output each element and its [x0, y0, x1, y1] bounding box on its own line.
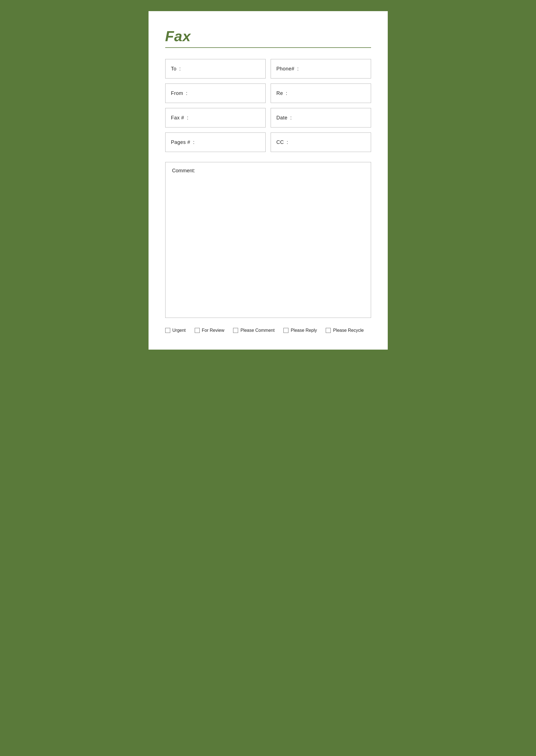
checkbox-please-reply[interactable]: Please Reply [284, 328, 317, 333]
checkbox-please-comment-label: Please Comment [240, 328, 275, 333]
checkbox-please-comment-box[interactable] [233, 328, 238, 333]
checkbox-please-reply-label: Please Reply [291, 328, 317, 333]
checkbox-for-review[interactable]: For Review [195, 328, 224, 333]
field-phone-label: Phone# [277, 66, 294, 72]
checkbox-for-review-box[interactable] [195, 328, 200, 333]
field-from-label: From [171, 90, 183, 96]
field-to-label: To [171, 66, 177, 72]
field-date: Date : [271, 108, 371, 127]
field-fax-colon: : [187, 115, 188, 121]
field-fax: Fax # : [165, 108, 266, 127]
checkbox-please-reply-box[interactable] [284, 328, 288, 333]
header-divider [165, 47, 371, 48]
field-pages-label: Pages # [171, 139, 190, 145]
field-from-colon: : [186, 90, 187, 96]
field-pages: Pages # : [165, 132, 266, 152]
field-date-label: Date [277, 115, 287, 121]
checkbox-please-recycle-box[interactable] [326, 328, 331, 333]
checkbox-urgent[interactable]: Urgent [165, 328, 186, 333]
page-title: Fax [165, 28, 371, 45]
field-fax-label: Fax # [171, 115, 184, 121]
field-pages-colon: : [193, 139, 194, 145]
comment-box: Comment: [165, 162, 371, 318]
field-from: From : [165, 84, 266, 103]
comment-label-text: Comment [172, 168, 194, 173]
field-cc: CC : [271, 132, 371, 152]
checkbox-please-comment[interactable]: Please Comment [233, 328, 275, 333]
field-re: Re : [271, 84, 371, 103]
field-to: To : [165, 59, 266, 79]
field-phone: Phone# : [271, 59, 371, 79]
field-cc-colon: : [287, 139, 288, 145]
checkbox-urgent-label: Urgent [173, 328, 186, 333]
checkbox-please-recycle-label: Please Recycle [333, 328, 363, 333]
comment-colon: : [194, 168, 195, 173]
checkbox-urgent-box[interactable] [165, 328, 170, 333]
field-date-colon: : [290, 115, 292, 121]
field-to-colon: : [180, 66, 181, 72]
fields-grid: To : Phone# : From : Re : Fax # : Date :… [165, 59, 371, 152]
fax-page: Fax To : Phone# : From : Re : Fax # : Da… [149, 11, 388, 350]
field-re-colon: : [286, 90, 287, 96]
field-phone-colon: : [297, 66, 299, 72]
checkbox-for-review-label: For Review [202, 328, 224, 333]
checkbox-please-recycle[interactable]: Please Recycle [326, 328, 363, 333]
field-re-label: Re [277, 90, 283, 96]
checkboxes-row: Urgent For Review Please Comment Please … [165, 328, 371, 333]
field-cc-label: CC [277, 139, 284, 145]
comment-label: Comment: [172, 168, 195, 173]
